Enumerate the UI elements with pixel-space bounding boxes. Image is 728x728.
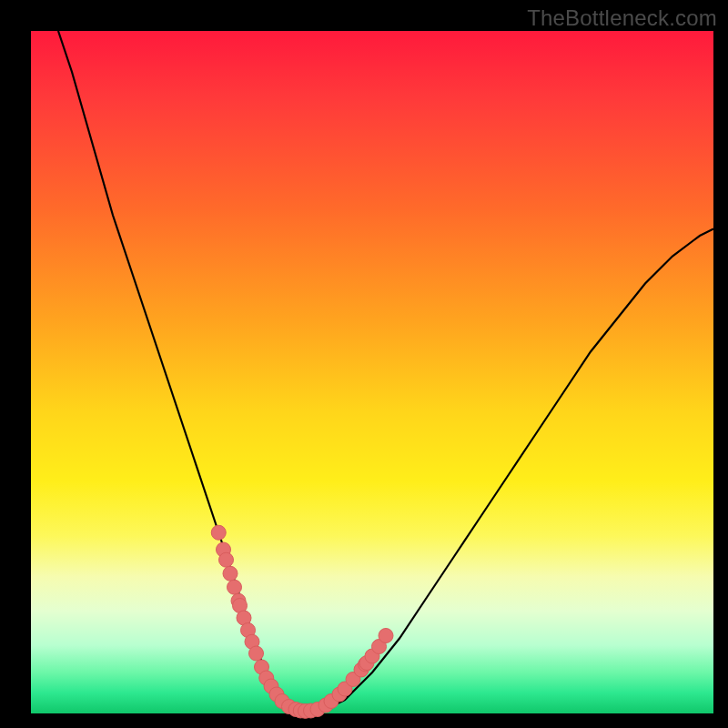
marker-point (249, 646, 264, 661)
marker-group (211, 525, 393, 718)
marker-point (379, 629, 393, 643)
marker-point (228, 580, 242, 594)
watermark-text: TheBottleneck.com (527, 5, 717, 31)
marker-point (211, 525, 226, 540)
plot-area (31, 31, 713, 713)
chart-frame: TheBottleneck.com (0, 0, 728, 728)
marker-point (219, 552, 234, 567)
bottleneck-curve (58, 31, 713, 712)
curve-svg (31, 31, 713, 713)
marker-point (223, 566, 238, 581)
